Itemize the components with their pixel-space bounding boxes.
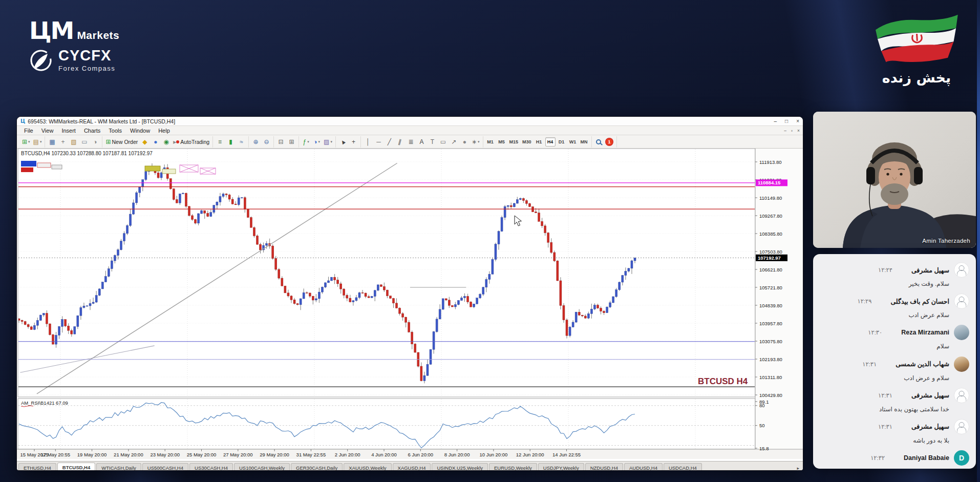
chart-zone[interactable]: BTCUSD,H4 107230.33 107288.80 107187.81 … [17,149,803,461]
crosshair-button[interactable]: + [349,137,358,147]
navigator-icon: ▧ [71,139,76,145]
chat-avatar [954,357,969,372]
candlestick-chart-button[interactable]: ▮ [226,137,236,147]
timeframe-button-MN[interactable]: MN [579,137,589,146]
cursor-button[interactable]: ▲ [338,137,348,147]
timeframe-button-D1[interactable]: D1 [557,137,567,146]
notification-badge[interactable]: 1 [605,137,614,147]
close-button[interactable]: × [796,118,799,124]
profiles-button[interactable]: ▤▾ [32,137,43,147]
label-button[interactable]: T [428,137,437,147]
time-axis-label: 27 May 20:00 [223,452,253,457]
text-button[interactable]: A [417,137,427,147]
tab-scroll-right-arrow[interactable]: ▸ [795,466,801,470]
timeframe-button-H4[interactable]: H4 [545,137,556,146]
symbol-tab-xagusd[interactable]: XAGUSD,H4 [393,463,431,470]
chevron-down-icon: ▾ [28,140,30,144]
web-terminal-button[interactable]: ◉ [161,137,171,147]
chevron-down-icon: ▾ [318,140,320,144]
symbol-tab-usdjpy[interactable]: USDJPY,Weekly [538,463,584,470]
menu-help[interactable]: Help [154,127,174,134]
rsi-axis-label: 15.8 [759,446,769,451]
time-axis-label: 19 May 20:00 [77,452,107,457]
mql-community-button[interactable]: ● [151,137,160,147]
timeframe-button-M5[interactable]: M5 [497,137,507,146]
child-close-button[interactable]: × [797,128,800,133]
terminal-button[interactable]: ▭ [79,137,89,147]
cycle-lines-button[interactable]: ∗▾ [471,137,481,147]
symbol-tab-audusd[interactable]: AUDUSD,H4 [624,463,663,470]
zoom-out-button[interactable]: ⊖ [262,137,271,147]
time-axis-label: 17 May 20:55 [41,452,71,457]
indicators-button[interactable]: ƒ▾ [301,137,311,147]
chat-message-text: سلام [820,342,949,350]
symbol-tab-wticash[interactable]: WTICASH,Daily [96,463,141,470]
new-chart-button[interactable]: ⊞▾ [21,137,31,147]
symbol-tab-usdcad[interactable]: USDCAD,H4 [664,463,702,470]
minimize-button[interactable]: – [774,118,777,124]
chat-message: شهاب الدین شمسی۱۲:۳۱سلام و عرض ادب [820,357,969,382]
cycfx-subtitle: Forex Compass [58,65,115,72]
tile-windows-icon: ⊟ [279,139,284,145]
child-restore-button[interactable]: ▫ [791,128,793,133]
symbol-tab-us30cash[interactable]: US30CASH,H4 [189,463,233,470]
timeframe-button-M15[interactable]: M15 [508,137,520,146]
navigator-button[interactable]: ▧ [69,137,78,147]
chat-panel[interactable]: سهیل مشرفی۱۲:۲۴سلام. وقت بخیراحسان کم با… [813,254,976,469]
menu-charts[interactable]: Charts [80,127,104,134]
webcam-panel: Amin Taherzadeh [813,112,976,248]
menu-window[interactable]: Window [126,127,154,134]
symbol-tab-ger30cash[interactable]: GER30CASH,Daily [291,463,343,470]
menu-file[interactable]: File [20,127,37,134]
price-axis-label: 105721.80 [759,285,782,290]
arrange-windows-button[interactable]: ⊞ [287,137,296,147]
symbol-tab-us500cash[interactable]: US500CASH,H4 [142,463,188,470]
presenter-name-label: Amin Taherzadeh [922,238,970,244]
ellipse-button[interactable]: ● [460,137,470,147]
channel-button[interactable]: ∥ [395,137,405,147]
trendline-button[interactable]: ╱ [385,137,394,147]
child-minimize-button[interactable]: – [784,128,786,133]
timeframe-button-W1[interactable]: W1 [568,137,578,146]
new-chart-icon: ⊞ [22,139,27,145]
autotrading-button[interactable]: ▸AutoTrading [172,137,210,147]
chart-canvas[interactable]: BTCUSD,H4 107230.33 107288.80 107187.81 … [17,149,803,459]
rectangle-button[interactable]: ▭ [438,137,448,147]
menu-view[interactable]: View [37,127,58,134]
web-terminal-icon: ◉ [164,139,169,145]
line-chart-button[interactable]: ≈ [237,137,246,147]
vertical-line-button[interactable]: │ [363,137,373,147]
menu-insert[interactable]: Insert [57,127,80,134]
mt4-window-title: 695453: WMMarkets-REAL - WM Markets Ltd … [28,118,175,124]
strategy-tester-button[interactable]: ◑ [90,137,100,147]
timeframe-button-M1[interactable]: M1 [485,137,496,146]
symbol-tab-ethusd[interactable]: ETHUSD,H4 [18,463,56,470]
horizontal-line-button[interactable]: ─ [374,137,384,147]
symbol-tab-btcusd[interactable]: BTCUSD,H4 [57,463,95,470]
symbol-tab-us100cash[interactable]: US100CASH,Weekly [234,463,290,470]
symbol-tab-eurusd[interactable]: EURUSD,Weekly [489,463,537,470]
market-watch-button[interactable]: ▦ [47,137,57,147]
zoom-in-button[interactable]: ⊕ [251,137,261,147]
arrow-tool-button[interactable]: ↗ [449,137,459,147]
maximize-button[interactable]: □ [785,118,788,124]
symbol-tab-xauusd[interactable]: XAUUSD,Weekly [344,463,391,470]
timeframe-button-H1[interactable]: H1 [534,137,544,146]
data-window-button[interactable]: + [58,137,68,147]
menu-tools[interactable]: Tools [104,127,126,134]
fibonacci-button[interactable]: ≣ [406,137,416,147]
symbol-tab-usindx.u25[interactable]: USINDX.U25,Weekly [432,463,488,470]
new-order-button[interactable]: ⊞New Order [104,137,139,147]
time-axis-label: 21 May 20:00 [114,452,143,457]
mt4-titlebar[interactable]: Ц 695453: WMMarkets-REAL - WM Markets Lt… [17,117,803,126]
tile-windows-button[interactable]: ⊟ [276,137,286,147]
bar-chart-button[interactable]: ≡ [215,137,225,147]
periods-icon: ◑ [313,139,317,145]
timeframe-button-M30[interactable]: M30 [521,137,533,146]
symbol-tab-nzdusd[interactable]: NZDUSD,H4 [585,463,623,470]
chat-timestamp: ۱۲:۳۲ [870,454,885,462]
expert-advisors-button[interactable]: ◆ [140,137,150,147]
periods-button[interactable]: ◑▾ [312,137,322,147]
search-button[interactable] [594,137,604,147]
templates-button[interactable]: ▨▾ [323,137,333,147]
